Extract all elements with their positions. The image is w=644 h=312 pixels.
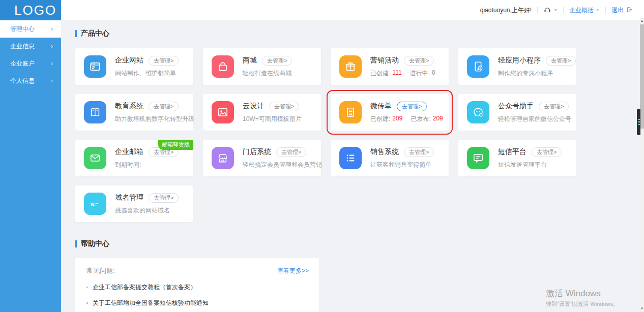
product-desc: 制作您的专属小程序 (498, 69, 576, 78)
gift-icon (339, 55, 362, 78)
stat-label: 已创建: (370, 69, 390, 78)
product-desc: 轻松打造在线商城 (243, 69, 292, 78)
widget-mark (638, 124, 640, 125)
product-card[interactable]: 云设计去管理>10W+可商用模板图片 (203, 94, 321, 131)
product-card[interactable]: 营销活动去管理>已创建:111进行中:0 (331, 48, 449, 85)
stat-value: 0 (432, 69, 435, 78)
manage-button[interactable]: 去管理> (149, 102, 179, 111)
product-title: 门店系统 (243, 147, 271, 157)
divider (537, 7, 538, 13)
product-card[interactable]: 门店系统去管理>轻松搞定会员管理和会员营销 (203, 140, 321, 176)
logo-text: LOGO (14, 3, 56, 18)
image-icon (212, 101, 234, 123)
book-icon (84, 101, 106, 123)
product-title: 微传单 (370, 102, 392, 111)
product-card[interactable]: 销售系统去管理>让获客和销售变得简单 (331, 140, 449, 176)
logout-button[interactable]: 退出 (611, 6, 633, 15)
product-title: 教育系统 (115, 102, 143, 111)
product-title: 企业网站 (115, 56, 143, 65)
help-section: 帮助中心 常见问题: 查看更多>> 企业工信部备案提交教程（首次备案）关于工信部… (75, 239, 644, 312)
product-title: 域名管理 (115, 193, 143, 202)
chevron-right-icon: › (51, 77, 53, 84)
sidebar-menu: 管理中心›企业信息›企业账户›个人信息› (0, 20, 61, 89)
sms-icon (467, 147, 489, 169)
title-accent-bar (75, 240, 77, 247)
manage-button[interactable]: 去管理> (262, 56, 292, 66)
product-desc: 助力教培机构数字化转型升级 (115, 115, 193, 123)
bullet-icon (86, 302, 88, 304)
sidebar-item-label: 企业账户 (10, 59, 35, 68)
product-desc: 10W+可商用模板图片 (243, 115, 302, 123)
manage-button[interactable]: 去管理> (404, 147, 434, 157)
scroll-down-arrow[interactable]: ▼ (640, 306, 644, 311)
product-grid: 企业网站去管理>网站制作、维护都简单商城去管理>轻松打造在线商城营销活动去管理>… (75, 48, 644, 222)
stat-label: 进行中: (410, 69, 430, 78)
scrollbar-thumb[interactable] (640, 24, 644, 129)
logout-icon (626, 6, 633, 15)
miniapp-icon (467, 55, 489, 78)
product-card[interactable]: 商城去管理>轻松打造在线商城 (203, 48, 321, 85)
sidebar-item-0[interactable]: 管理中心› (0, 20, 61, 38)
manage-button[interactable]: 去管理> (276, 147, 306, 157)
view-more-link[interactable]: 查看更多>> (277, 267, 309, 275)
product-title: 短信平台 (498, 147, 526, 157)
divider (563, 7, 564, 13)
products-section-title: 产品中心 (75, 29, 644, 38)
sidebar-item-2[interactable]: 企业账户› (0, 55, 61, 72)
browser-icon (84, 55, 106, 78)
side-float-widget[interactable] (637, 109, 640, 135)
user-greeting: qiaotuoyun,上午好! (480, 6, 532, 15)
product-card[interactable]: 企业邮箱去管理>到期时间:邮箱尊贵版 (75, 140, 193, 176)
flyer-icon (339, 101, 362, 123)
product-desc: 轻松管理自家的微信公众号 (498, 115, 571, 123)
chevron-down-icon: ▼ (596, 8, 600, 12)
wechat-icon (467, 101, 489, 123)
product-desc: 轻松搞定会员管理和会员营销 (243, 161, 321, 169)
product-desc: 挑选喜欢的网站域名 (115, 206, 179, 215)
product-desc: 到期时间: (115, 161, 179, 169)
main-content: 产品中心 企业网站去管理>网站制作、维护都简单商城去管理>轻松打造在线商城营销活… (61, 20, 644, 312)
widget-mark (638, 121, 640, 122)
top-bar-right: qiaotuoyun,上午好! ▼ 企业概括 ▼ 退出 (480, 0, 633, 20)
scroll-up-arrow[interactable]: ▲ (640, 18, 644, 23)
product-title: 云设计 (243, 102, 264, 111)
vertical-scrollbar[interactable]: ▲ ▼ (640, 18, 644, 312)
help-item[interactable]: 企业工信部备案提交教程（首次备案） (86, 279, 309, 295)
sidebar-item-3[interactable]: 个人信息› (0, 72, 61, 89)
product-card[interactable]: w.=域名管理去管理>挑选喜欢的网站域名 (75, 185, 193, 222)
product-desc: 网站制作、维护都简单 (115, 69, 179, 78)
manage-button[interactable]: 去管理> (404, 56, 434, 66)
faq-list: 企业工信部备案提交教程（首次备案）关于工信部增加全国备案短信核验功能通知域名实名… (86, 279, 309, 312)
title-accent-bar (75, 30, 77, 37)
manage-button[interactable]: 去管理> (269, 102, 299, 111)
bag-icon (212, 55, 234, 78)
product-stats: 已创建:111进行中:0 (370, 69, 435, 78)
help-section-title: 帮助中心 (75, 239, 644, 248)
product-stats: 已创建:209已发布:209 (370, 115, 443, 123)
company-overview-link[interactable]: 企业概括 ▼ (569, 6, 600, 15)
logo[interactable]: LOGO (0, 0, 61, 20)
stat-value: 209 (433, 115, 443, 123)
faq-card: 常见问题: 查看更多>> 企业工信部备案提交教程（首次备案）关于工信部增加全国备… (75, 258, 319, 312)
vip-badge: 邮箱尊贵版 (158, 140, 193, 150)
manage-button[interactable]: 去管理> (532, 147, 562, 157)
product-title: 轻应用小程序 (498, 56, 541, 65)
manage-button[interactable]: 去管理> (149, 56, 179, 66)
chevron-down-icon: ▼ (553, 8, 558, 12)
faq-label: 常见问题: (86, 266, 115, 275)
manage-button[interactable]: 去管理> (149, 193, 179, 203)
product-card[interactable]: 轻应用小程序去管理>制作您的专属小程序 (458, 48, 576, 85)
product-card[interactable]: 短信平台去管理>短信发送管理平台 (458, 140, 576, 176)
product-card[interactable]: 教育系统去管理>助力教培机构数字化转型升级 (75, 94, 193, 131)
svg-text:w.=: w.= (90, 202, 98, 207)
help-item[interactable]: 关于工信部增加全国备案短信核验功能通知 (86, 295, 309, 311)
sidebar-item-1[interactable]: 企业信息› (0, 38, 61, 55)
manage-button[interactable]: 去管理> (539, 102, 569, 111)
manage-button[interactable]: 去管理> (546, 56, 576, 66)
product-card[interactable]: 微传单去管理>已创建:209已发布:209 (331, 94, 449, 131)
support-menu[interactable]: ▼ (543, 6, 558, 15)
divider (605, 7, 606, 13)
product-card[interactable]: 公众号助手去管理>轻松管理自家的微信公众号 (458, 94, 576, 131)
manage-button[interactable]: 去管理> (397, 102, 427, 111)
product-card[interactable]: 企业网站去管理>网站制作、维护都简单 (75, 48, 193, 85)
